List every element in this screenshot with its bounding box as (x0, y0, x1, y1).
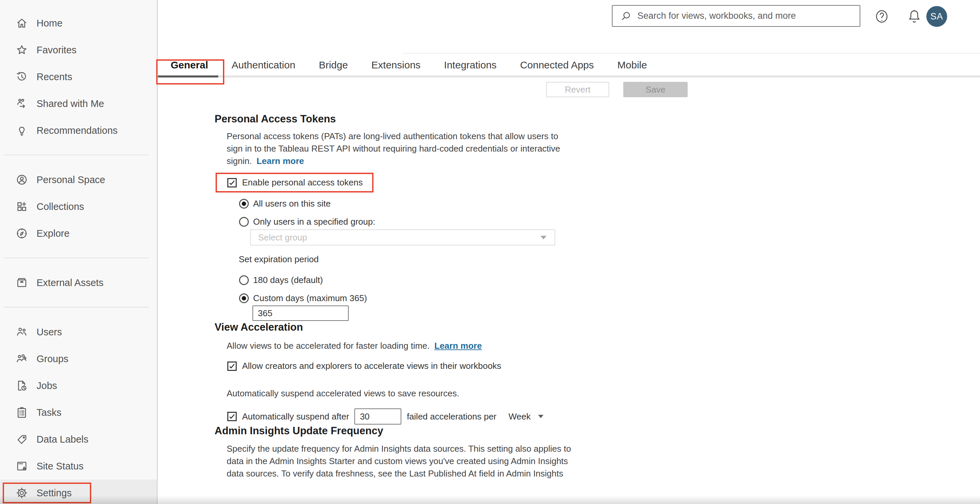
sidebar-item-groups[interactable]: Groups (0, 345, 157, 372)
scope-all-users-label: All users on this site (253, 199, 331, 209)
sidebar-item-jobs[interactable]: Jobs (0, 372, 157, 399)
suspend-period-value: Week (509, 412, 531, 422)
tab-general[interactable]: General (171, 59, 208, 78)
person-circle-icon (15, 173, 29, 186)
expiration-default-label: 180 days (default) (253, 275, 323, 285)
scope-group-radio[interactable] (239, 217, 249, 227)
sidebar-item-personal-space[interactable]: Personal Space (0, 166, 157, 193)
avatar[interactable]: SA (926, 6, 947, 27)
sidebar-divider (4, 154, 149, 155)
sidebar-item-recommendations[interactable]: Recommendations (0, 117, 157, 144)
allow-acceleration-label: Allow creators and explorers to accelera… (242, 361, 501, 371)
tasks-icon (15, 406, 29, 419)
tab-extensions[interactable]: Extensions (371, 59, 421, 78)
revert-button[interactable]: Revert (546, 82, 609, 97)
sidebar-item-collections[interactable]: Collections (0, 193, 157, 220)
admin-insights-section-title: Admin Insights Update Frequency (215, 425, 980, 437)
sidebar-item-settings[interactable]: Settings (0, 480, 157, 504)
expiration-custom-option[interactable]: Custom days (maximum 365) (239, 293, 980, 304)
sidebar-item-label: Explore (37, 228, 69, 239)
sidebar-item-label: Data Labels (37, 434, 89, 445)
lightbulb-icon (15, 124, 29, 137)
sidebar-item-site-status[interactable]: Site Status (0, 453, 157, 480)
chevron-down-icon (538, 415, 544, 418)
allow-acceleration-checkbox[interactable] (228, 361, 237, 371)
settings-tabstrip: GeneralAuthenticationBridgeExtensionsInt… (158, 54, 980, 78)
select-group-placeholder: Select group (258, 232, 307, 243)
sidebar-item-label: Users (37, 327, 62, 338)
custom-days-input[interactable] (253, 305, 349, 321)
enable-pat-label: Enable personal access tokens (242, 177, 363, 188)
sidebar-item-recents[interactable]: Recents (0, 64, 157, 90)
annotation-box-enable-pat: Enable personal access tokens (216, 173, 374, 192)
tab-authentication[interactable]: Authentication (232, 59, 295, 78)
expiration-custom-radio[interactable] (239, 293, 249, 303)
expiration-default-option[interactable]: 180 days (default) (239, 275, 980, 285)
sidebar-item-shared-with-me[interactable]: Shared with Me (0, 90, 157, 117)
allow-acceleration-row[interactable]: Allow creators and explorers to accelera… (228, 361, 980, 371)
jobs-icon (15, 379, 29, 392)
expiration-default-radio[interactable] (239, 275, 249, 285)
sidebar-divider (4, 307, 149, 307)
sidebar-item-label: External Assets (37, 277, 103, 288)
sidebar-item-favorites[interactable]: Favorites (0, 37, 157, 64)
view-acceleration-learn-more-link[interactable]: Learn more (434, 341, 482, 351)
save-button[interactable]: Save (623, 82, 688, 97)
auto-suspend-after-label: failed accelerations per (407, 412, 496, 422)
tab-mobile[interactable]: Mobile (617, 59, 647, 78)
sidebar-item-explore[interactable]: Explore (0, 220, 157, 247)
sidebar-item-home[interactable]: Home (0, 10, 157, 37)
scope-group-label: Only users in a specified group: (253, 216, 375, 227)
gear-icon (15, 486, 29, 500)
select-group-dropdown[interactable]: Select group (250, 229, 555, 245)
history-icon (15, 70, 29, 84)
auto-suspend-row: Automatically suspend after failed accel… (228, 409, 980, 425)
expiration-custom-label: Custom days (maximum 365) (253, 293, 367, 304)
expiration-period-label: Set expiration period (239, 254, 980, 264)
suspend-description: Automatically suspend accelerated views … (227, 387, 980, 400)
tableau-settings-page: HomeFavoritesRecentsShared with MeRecomm… (0, 0, 980, 504)
scope-group-option[interactable]: Only users in a specified group: (239, 216, 980, 227)
settings-content: Personal Access Tokens Personal access t… (158, 101, 980, 504)
bell-icon[interactable] (906, 8, 922, 24)
pat-description: Personal access tokens (PATs) are long-l… (227, 130, 980, 167)
star-icon (15, 43, 29, 57)
sidebar-item-label: Recommendations (37, 125, 118, 136)
sidebar-item-label: Favorites (37, 45, 76, 56)
sidebar-item-data-labels[interactable]: Data Labels (0, 426, 157, 453)
sidebar-item-label: Groups (37, 353, 68, 364)
auto-suspend-checkbox[interactable] (228, 412, 237, 421)
tab-connected-apps[interactable]: Connected Apps (520, 59, 594, 78)
header: SA (158, 0, 980, 54)
site-status-icon (15, 459, 29, 473)
sidebar-item-label: Shared with Me (37, 98, 104, 109)
sidebar-item-tasks[interactable]: Tasks (0, 399, 157, 426)
scope-all-users-radio[interactable] (239, 199, 249, 208)
check-icon (228, 413, 236, 420)
check-icon (228, 362, 236, 370)
sidebar-item-external-assets[interactable]: External Assets (0, 269, 157, 296)
tab-bridge[interactable]: Bridge (319, 59, 348, 78)
check-icon (228, 179, 236, 186)
suspend-period-dropdown[interactable]: Week (509, 412, 544, 422)
tab-integrations[interactable]: Integrations (444, 59, 496, 78)
sidebar: HomeFavoritesRecentsShared with MeRecomm… (0, 0, 158, 504)
sidebar-divider (4, 258, 149, 258)
search-input[interactable] (637, 10, 854, 21)
enable-pat-checkbox[interactable] (228, 178, 237, 188)
sidebar-item-users[interactable]: Users (0, 318, 157, 345)
tag-icon (15, 432, 29, 446)
pat-learn-more-link[interactable]: Learn more (256, 156, 304, 166)
sidebar-item-label: Collections (37, 201, 84, 212)
search-box[interactable] (612, 5, 860, 27)
toolbar: Revert Save (158, 78, 980, 102)
sidebar-item-label: Jobs (37, 380, 57, 391)
sidebar-item-label: Home (37, 18, 62, 29)
sidebar-item-label: Recents (37, 72, 72, 83)
failed-accelerations-input[interactable] (355, 409, 401, 425)
auto-suspend-before-label: Automatically suspend after (242, 412, 349, 422)
help-icon[interactable] (874, 8, 890, 24)
scope-all-users-option[interactable]: All users on this site (239, 199, 980, 209)
shared-icon (15, 97, 29, 110)
avatar-initials: SA (931, 11, 943, 22)
